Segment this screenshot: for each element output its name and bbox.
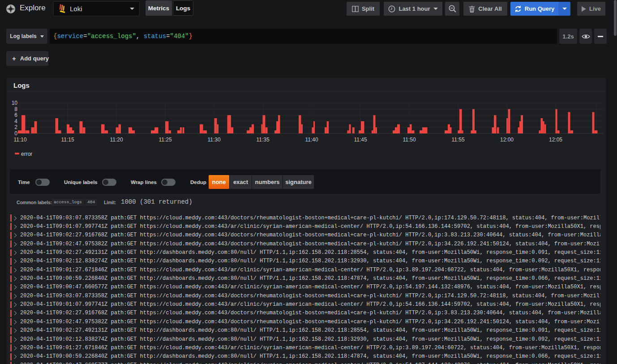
svg-text:11:20: 11:20 [110, 137, 123, 143]
svg-text:0: 0 [14, 130, 17, 137]
svg-text:11:30: 11:30 [207, 137, 220, 143]
svg-text:10: 10 [12, 100, 18, 106]
svg-text:11:40: 11:40 [305, 137, 318, 143]
svg-text:11:15: 11:15 [61, 137, 74, 143]
svg-text:2: 2 [14, 124, 17, 130]
svg-text:12:05: 12:05 [549, 137, 562, 143]
svg-text:8: 8 [14, 106, 17, 112]
svg-text:11:55: 11:55 [451, 137, 464, 143]
svg-text:4: 4 [14, 118, 17, 124]
svg-text:12:00: 12:00 [500, 137, 514, 143]
svg-text:11:45: 11:45 [354, 137, 367, 143]
svg-text:11:50: 11:50 [403, 137, 416, 143]
svg-text:11:35: 11:35 [256, 137, 269, 143]
svg-text:6: 6 [14, 112, 17, 118]
svg-text:11:10: 11:10 [13, 137, 26, 143]
svg-text:11:25: 11:25 [159, 137, 171, 143]
